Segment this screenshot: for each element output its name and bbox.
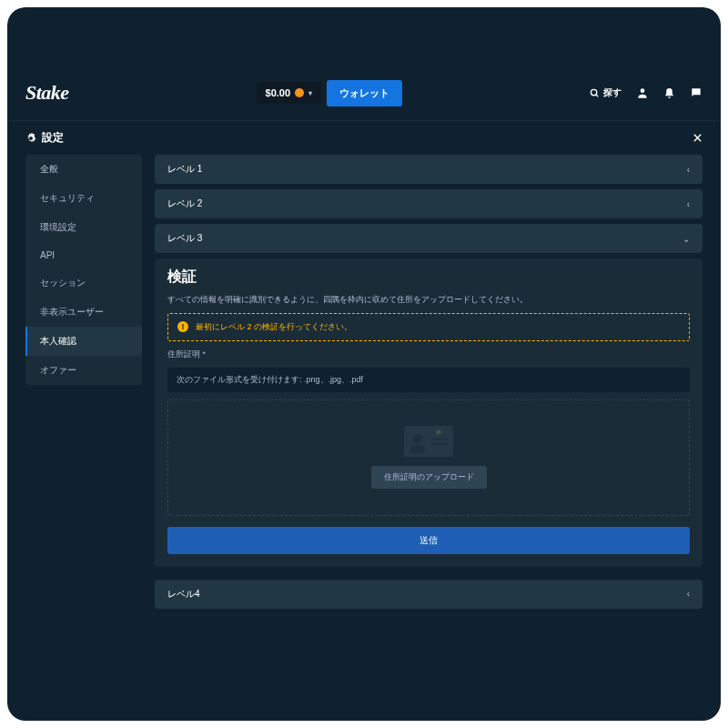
balance-amount: $0.00	[266, 87, 291, 98]
search-button[interactable]: 探す	[590, 86, 622, 99]
sidebar-item-general[interactable]: 全般	[25, 155, 142, 184]
file-format-hint: 次のファイル形式を受け付けます: .png、.jpg、.pdf	[167, 368, 690, 392]
svg-point-2	[641, 88, 645, 93]
sidebar-item-api[interactable]: API	[25, 242, 142, 268]
file-dropzone[interactable]: 住所証明のアップロード	[167, 399, 690, 516]
chat-button[interactable]	[690, 86, 703, 99]
settings-header: 設定	[7, 120, 721, 155]
search-label: 探す	[603, 86, 622, 99]
verify-title: 検証	[167, 268, 690, 287]
bitcoin-icon	[295, 88, 304, 97]
level-1-row[interactable]: レベル 1 ‹	[155, 155, 703, 184]
warning-text: 最初にレベル 2 の検証を行ってください。	[196, 321, 352, 333]
id-card-icon	[404, 426, 453, 457]
warning-icon: !	[177, 321, 188, 332]
chevron-down-icon: ▾	[308, 89, 312, 97]
level-4-row[interactable]: レベル4 ‹	[155, 580, 703, 609]
topbar-center: $0.00 ▾ ウォレット	[69, 80, 590, 106]
submit-button[interactable]: 送信	[167, 527, 690, 554]
sidebar-item-offers[interactable]: オファー	[25, 356, 142, 385]
chevron-left-icon: ‹	[687, 199, 690, 209]
chevron-left-icon: ‹	[687, 589, 690, 599]
level-1-label: レベル 1	[167, 163, 202, 176]
close-icon	[693, 133, 703, 143]
profile-button[interactable]	[636, 86, 649, 99]
topbar: Stake $0.00 ▾ ウォレット 探す	[7, 71, 721, 115]
sidebar-item-security[interactable]: セキュリティ	[25, 184, 142, 213]
search-icon	[590, 88, 600, 98]
svg-point-6	[413, 434, 422, 443]
svg-point-0	[591, 89, 596, 95]
level-3-row[interactable]: レベル 3 ⌄	[155, 224, 703, 253]
sidebar-item-hidden-users[interactable]: 非表示ユーザー	[25, 298, 142, 327]
svg-rect-8	[431, 443, 448, 446]
level-4-label: レベル4	[167, 588, 200, 601]
wallet-button[interactable]: ウォレット	[327, 80, 402, 106]
main: 全般 セキュリティ 環境設定 API セッション 非表示ユーザー 本人確認 オフ…	[7, 155, 721, 609]
sidebar-item-sessions[interactable]: セッション	[25, 268, 142, 298]
close-button[interactable]	[693, 133, 703, 143]
content: レベル 1 ‹ レベル 2 ‹ レベル 3 ⌄ 検証 すべての情報を明確に識別で…	[155, 155, 703, 609]
address-proof-label: 住所証明	[167, 349, 690, 360]
person-icon	[636, 86, 649, 99]
level-3-panel: 検証 すべての情報を明確に識別できるように、四隅を枠内に収めて住所をアップロード…	[155, 258, 703, 567]
settings-title: 設定	[42, 130, 64, 146]
level-2-row[interactable]: レベル 2 ‹	[155, 189, 703, 218]
sidebar-item-preferences[interactable]: 環境設定	[25, 213, 142, 242]
level-3-label: レベル 3	[167, 232, 202, 245]
chevron-left-icon: ‹	[687, 165, 690, 175]
level-2-label: レベル 2	[167, 197, 202, 210]
logo: Stake	[25, 81, 69, 105]
svg-rect-7	[431, 438, 448, 440]
notifications-button[interactable]	[663, 87, 675, 99]
gear-icon	[25, 133, 36, 144]
chat-icon	[690, 86, 703, 99]
bell-icon	[663, 87, 675, 99]
verify-description: すべての情報を明確に識別できるように、四隅を枠内に収めて住所をアップロードしてく…	[167, 294, 690, 306]
balance-display[interactable]: $0.00 ▾	[257, 82, 322, 104]
sidebar: 全般 セキュリティ 環境設定 API セッション 非表示ユーザー 本人確認 オフ…	[25, 155, 142, 385]
topbar-right: 探す	[590, 86, 703, 99]
warning-box: ! 最初にレベル 2 の検証を行ってください。	[167, 313, 690, 341]
svg-line-1	[596, 94, 598, 96]
chevron-down-icon: ⌄	[682, 234, 690, 244]
sidebar-item-verify[interactable]: 本人確認	[25, 327, 142, 356]
upload-button[interactable]: 住所証明のアップロード	[371, 466, 487, 489]
app-frame: Stake $0.00 ▾ ウォレット 探す	[7, 7, 721, 721]
